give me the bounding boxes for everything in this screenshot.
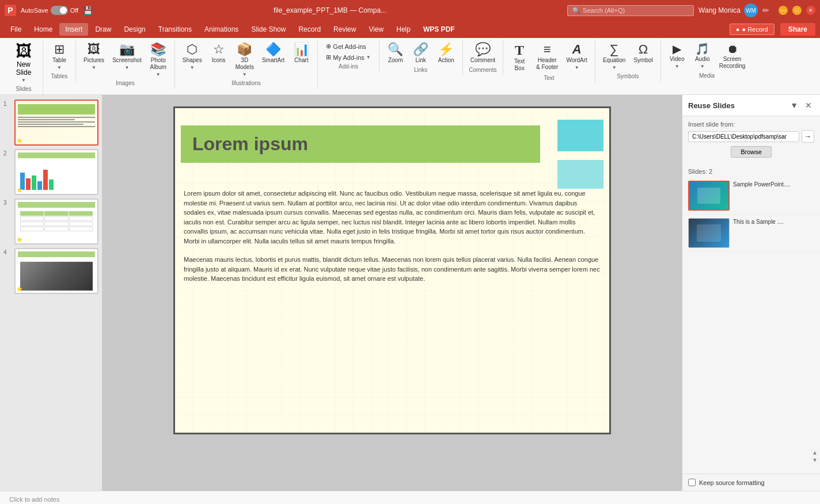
slide-thumb-3[interactable]: 3 ⭐	[3, 198, 98, 245]
reuse-slides-count: Slides: 2	[682, 166, 820, 177]
panel-scroll-up-arrow[interactable]: ▲	[812, 449, 818, 456]
close-button[interactable]: ✕	[806, 6, 815, 15]
file-title: file_example_PPT_1MB — Compa...	[97, 6, 563, 14]
maximize-button[interactable]: □	[792, 6, 802, 15]
minimize-button[interactable]: —	[779, 6, 788, 15]
pictures-dropdown-arrow: ▼	[92, 65, 96, 70]
reuse-slide-label-1: Sample PowerPoint....	[733, 181, 814, 188]
table-button[interactable]: ⊞ Table ▼	[48, 41, 71, 72]
new-slide-button[interactable]: 🖼 NewSlide ▼	[9, 41, 38, 85]
slide-text-content[interactable]: Lorem ipsum dolor sit amet, consectetur …	[184, 189, 601, 284]
audio-button[interactable]: 🎵 Audio ▼	[691, 41, 714, 71]
tables-group-label: Tables	[51, 73, 68, 79]
reuse-browse-button[interactable]: Browse	[731, 146, 772, 158]
menu-item-insert[interactable]: Insert	[59, 23, 88, 36]
save-icon[interactable]: 💾	[83, 6, 93, 15]
menu-item-file[interactable]: File	[5, 23, 27, 36]
header-footer-button[interactable]: ≡ Header& Footer	[533, 41, 561, 72]
pencil-icon[interactable]: ✏	[762, 6, 769, 15]
menu-item-draw[interactable]: Draw	[89, 23, 117, 36]
menu-item-home[interactable]: Home	[28, 23, 58, 36]
record-button[interactable]: ● ● Record	[730, 24, 775, 35]
smartart-icon: 🔷	[265, 43, 281, 56]
screenshot-button[interactable]: 📷 Screenshot ▼	[109, 41, 145, 72]
3d-models-button[interactable]: 📦 3DModels ▼	[233, 41, 257, 79]
zoom-button[interactable]: 🔍 Zoom	[384, 41, 407, 66]
menu-item-record[interactable]: Record	[293, 23, 327, 36]
keep-formatting-checkbox[interactable]	[688, 479, 696, 486]
slide-num-3: 3	[3, 198, 12, 206]
reuse-path-input[interactable]: C:\Users\DELL\Desktop\pdfsamp\sar	[688, 131, 799, 142]
ribbon-group-comments: 💬 Comment Comments	[463, 40, 503, 75]
icons-button[interactable]: ☆ Icons	[207, 41, 230, 66]
menu-item-review[interactable]: Review	[328, 23, 362, 36]
comment-button[interactable]: 💬 Comment	[468, 41, 498, 66]
symbol-button[interactable]: Ω Symbol	[631, 41, 655, 66]
slide-img-1[interactable]: ⭐	[14, 100, 98, 146]
menu-item-design[interactable]: Design	[118, 23, 151, 36]
3d-models-dropdown-arrow: ▼	[242, 72, 247, 77]
links-group-label: Links	[414, 67, 427, 73]
ribbon-group-symbols: ∑ Equation ▼ Ω Symbol Symbols	[595, 40, 661, 82]
pictures-icon: 🖼	[88, 43, 100, 56]
window-controls: — □ ✕	[779, 6, 815, 15]
chart-icon: 📊	[294, 43, 309, 56]
wordart-button[interactable]: A WordArt ▼	[563, 41, 590, 72]
search-box[interactable]: 🔍	[567, 5, 694, 16]
link-button[interactable]: 🔗 Link	[409, 41, 432, 66]
screen-recording-label: ScreenRecording	[719, 56, 746, 70]
menu-bar: File Home Insert Draw Design Transitions…	[0, 21, 820, 38]
video-button[interactable]: ▶ Video ▼	[666, 41, 689, 71]
menu-item-wps-pdf[interactable]: WPS PDF	[417, 23, 461, 36]
reuse-panel-title: Reuse Slides	[688, 101, 735, 110]
slide-img-4[interactable]: ⭐	[14, 248, 98, 294]
reuse-slide-item-2[interactable]: This is a Sample ....	[682, 215, 820, 252]
panel-scroll-down-arrow[interactable]: ▼	[812, 457, 818, 463]
smartart-button[interactable]: 🔷 SmartArt	[259, 41, 287, 66]
menu-item-transitions[interactable]: Transitions	[153, 23, 198, 36]
photo-album-button[interactable]: 📚 PhotoAlbum ▼	[147, 41, 170, 79]
menu-item-view[interactable]: View	[363, 23, 389, 36]
slide-canvas[interactable]: Lorem ipsum Lorem ipsum dolor sit amet, …	[173, 106, 611, 434]
symbol-icon: Ω	[639, 43, 648, 56]
slide-title-banner[interactable]: Lorem ipsum	[181, 125, 540, 163]
action-label: Action	[438, 57, 454, 64]
chart-button[interactable]: 📊 Chart	[290, 41, 313, 66]
slides-group-label: Slides	[16, 86, 31, 92]
notes-area[interactable]: Click to add notes	[0, 491, 820, 504]
reuse-panel-collapse-icon[interactable]: ▼	[788, 100, 800, 111]
shapes-button[interactable]: ⬡ Shapes ▼	[180, 41, 205, 72]
slide-thumb-1[interactable]: 1 ⭐	[3, 100, 98, 146]
share-button[interactable]: Share	[780, 23, 815, 36]
illustrations-group-label: Illustrations	[231, 80, 261, 86]
pictures-button[interactable]: 🖼 Pictures ▼	[81, 41, 107, 72]
slide-img-2[interactable]: ⭐	[14, 149, 98, 195]
slide-img-3[interactable]: ⭐	[14, 198, 98, 245]
slide-thumb-4[interactable]: 4 ⭐	[3, 248, 98, 294]
reuse-panel-close-icon[interactable]: ✕	[803, 100, 814, 111]
header-footer-label: Header& Footer	[536, 57, 558, 71]
reuse-slide-label-2: This is a Sample ....	[733, 218, 814, 226]
menu-item-slideshow[interactable]: Slide Show	[245, 23, 291, 36]
reuse-path-arrow-button[interactable]: →	[802, 130, 814, 143]
search-input[interactable]	[583, 7, 669, 14]
screen-recording-button[interactable]: ⏺ ScreenRecording	[716, 41, 749, 71]
reuse-bottom: Keep source formatting	[682, 474, 820, 491]
menu-item-help[interactable]: Help	[390, 23, 416, 36]
screenshot-icon: 📷	[119, 43, 135, 56]
action-button[interactable]: ⚡ Action	[435, 41, 458, 66]
comment-icon: 💬	[475, 43, 491, 56]
record-dot-icon: ●	[736, 26, 740, 33]
reuse-slide-item-1[interactable]: Sample PowerPoint....	[682, 177, 820, 215]
autosave-toggle[interactable]	[51, 6, 68, 15]
canvas-area[interactable]: Lorem ipsum Lorem ipsum dolor sit amet, …	[102, 95, 682, 491]
ribbon-group-text: T TextBox ≡ Header& Footer A WordArt ▼ T…	[503, 40, 595, 83]
slide-decoration-box1	[557, 120, 603, 151]
equation-button[interactable]: ∑ Equation ▼	[600, 41, 628, 72]
menu-item-animations[interactable]: Animations	[199, 23, 244, 36]
my-addins-button[interactable]: ⊞ My Add-ins ▼	[322, 52, 374, 62]
equation-icon: ∑	[610, 43, 619, 56]
get-addins-button[interactable]: ⊕ Get Add-ins	[322, 41, 374, 51]
slide-thumb-2[interactable]: 2 ⭐	[3, 149, 98, 195]
text-box-button[interactable]: T TextBox	[508, 41, 531, 74]
